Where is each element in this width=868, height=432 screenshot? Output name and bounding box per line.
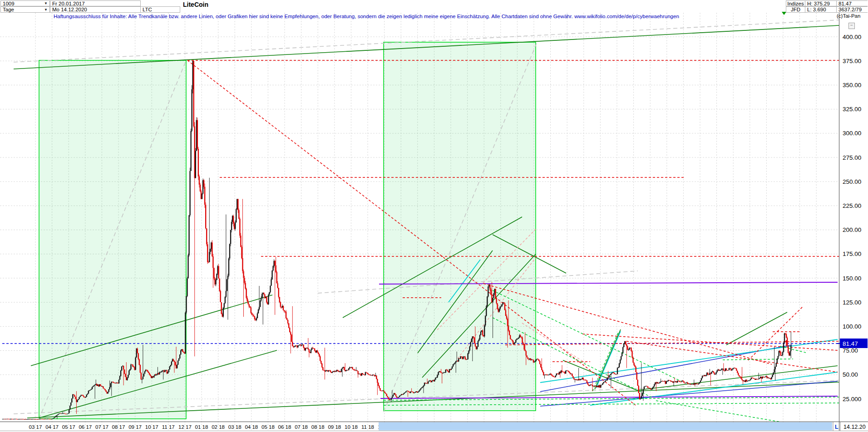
symbol-field[interactable]: LTC bbox=[140, 6, 180, 13]
period-dropdown[interactable]: Tage ▼ bbox=[0, 6, 50, 13]
symbol-value: LTC bbox=[143, 7, 152, 12]
price-tick-label: 100.00 bbox=[843, 323, 861, 330]
price-tick-label: 175.00 bbox=[843, 250, 861, 257]
header-last-price: 81.47 bbox=[836, 0, 868, 6]
date-tick-label: 12 17 bbox=[178, 424, 192, 430]
date-tick-label: 10 18 bbox=[345, 424, 358, 430]
price-tick-label: 75.00 bbox=[843, 347, 858, 354]
price-tick-label: 375.00 bbox=[843, 58, 861, 64]
last-price-badge-text: 81.47 bbox=[843, 340, 858, 347]
end-date-value: Mo 14.12.2020 bbox=[52, 7, 87, 12]
price-tick-label: 225.00 bbox=[843, 202, 861, 209]
period-value: Tage bbox=[3, 7, 14, 12]
end-date-field[interactable]: Mo 14.12.2020 bbox=[50, 6, 141, 13]
chevron-down-icon: ▼ bbox=[44, 1, 48, 5]
status-bar-right: L 14.12.20 bbox=[833, 422, 866, 431]
date-tick-label: 06 17 bbox=[79, 424, 92, 430]
price-tick-label: 300.00 bbox=[843, 130, 861, 137]
date-tick-label: 05 18 bbox=[261, 424, 275, 430]
date-tick-label: 11 17 bbox=[162, 424, 175, 430]
chevron-down-icon: ▼ bbox=[44, 8, 48, 12]
date-tick-label: 06 18 bbox=[278, 424, 291, 430]
chart-canvas[interactable]: 400.00375.00350.00325.00300.00275.00250.… bbox=[0, 0, 868, 432]
date-tick-label: 04 18 bbox=[245, 424, 258, 430]
last-price-badge: 81.47 bbox=[837, 339, 868, 348]
price-tick-label: 50.00 bbox=[843, 371, 858, 378]
page-title: LiteCoin bbox=[183, 1, 208, 8]
date-tick-label: 03 17 bbox=[29, 424, 42, 430]
date-tick-label: 09 17 bbox=[128, 424, 142, 430]
copyright-label: (c)Tai-Pan bbox=[837, 13, 860, 19]
price-tick-label: 150.00 bbox=[843, 275, 861, 282]
date-tick-label: 01 18 bbox=[195, 424, 208, 430]
date-tick-label: 08 18 bbox=[311, 424, 325, 430]
last-bar-marker: L bbox=[835, 424, 838, 430]
date-tick-label: 08 17 bbox=[112, 424, 125, 430]
date-tick-label: 09 18 bbox=[328, 424, 341, 430]
date-tick-label: 03 18 bbox=[228, 424, 242, 430]
period-low: L: 3.690 bbox=[805, 6, 837, 13]
start-date-value: Fr 20.01.2017 bbox=[52, 1, 85, 6]
tai-pan-chart-window: 400.00375.00350.00325.00300.00275.00250.… bbox=[0, 0, 868, 432]
period-high: H: 375.29 bbox=[805, 0, 837, 6]
start-date-field[interactable]: Fr 20.01.2017 bbox=[50, 0, 141, 6]
price-tick-label: 325.00 bbox=[843, 106, 861, 113]
highlight-zones bbox=[39, 42, 536, 419]
price-tick-label: 250.00 bbox=[843, 178, 861, 185]
bars-count-value: 1009 bbox=[3, 1, 15, 6]
date-tick-label: 07 17 bbox=[95, 424, 108, 430]
date-tick-label: 10 17 bbox=[145, 424, 158, 430]
price-tick-label: 275.00 bbox=[843, 154, 861, 161]
header-volume-info: 3637.2/79 bbox=[836, 6, 868, 13]
date-tick-label: 04 17 bbox=[45, 424, 59, 430]
x-axis-selection[interactable] bbox=[379, 422, 832, 431]
date-tick-label: 11 18 bbox=[361, 424, 374, 430]
price-tick-label: 200.00 bbox=[843, 226, 861, 233]
price-tick-label: 350.00 bbox=[843, 82, 861, 88]
last-bar-date: 14.12.20 bbox=[843, 424, 866, 430]
date-tick-label: 05 17 bbox=[62, 424, 75, 430]
bars-count-dropdown[interactable]: 1009 ▼ bbox=[0, 0, 50, 6]
price-tick-label: 400.00 bbox=[843, 34, 861, 40]
price-tick-label: 25.000 bbox=[843, 396, 861, 403]
price-tick-label: 125.00 bbox=[843, 299, 861, 306]
date-tick-label: 07 18 bbox=[295, 424, 308, 430]
group-label: Indizes bbox=[786, 0, 805, 6]
date-tick-label: 02 18 bbox=[212, 424, 225, 430]
collapse-icon[interactable]: − bbox=[848, 23, 855, 29]
disclaimer-text: Haftungsausschluss für Inhalte: Alle Tre… bbox=[54, 13, 679, 19]
feed-label: JFD bbox=[786, 6, 805, 13]
